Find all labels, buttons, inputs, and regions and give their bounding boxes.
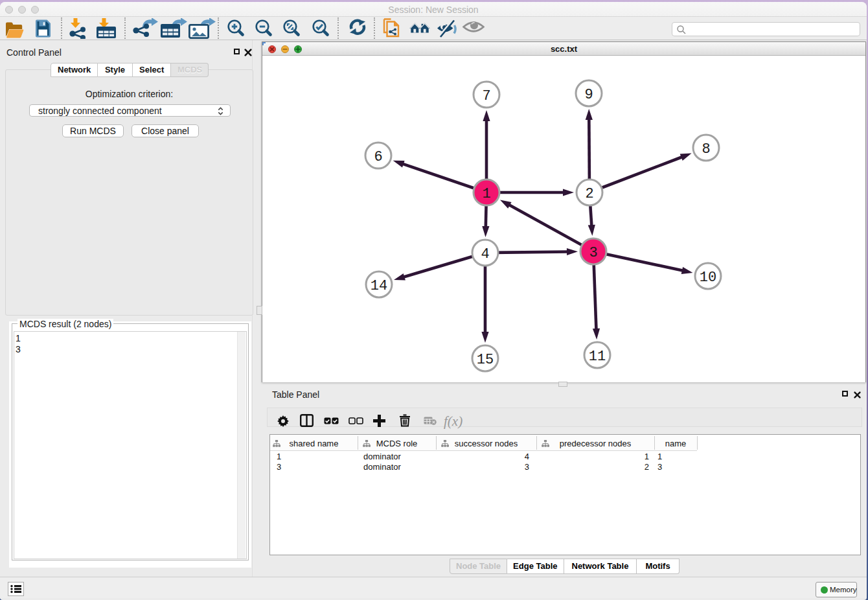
- svg-text:7: 7: [482, 88, 490, 104]
- svg-text:2: 2: [585, 186, 593, 202]
- svg-text:9: 9: [584, 87, 593, 103]
- svg-text:14: 14: [371, 278, 387, 294]
- svg-text:15: 15: [477, 352, 494, 368]
- svg-text:10: 10: [700, 270, 716, 286]
- svg-text:8: 8: [702, 141, 710, 157]
- svg-text:4: 4: [481, 246, 489, 262]
- svg-text:1: 1: [482, 186, 490, 202]
- svg-text:6: 6: [374, 149, 382, 165]
- svg-text:3: 3: [589, 245, 597, 261]
- svg-text:11: 11: [589, 349, 606, 365]
